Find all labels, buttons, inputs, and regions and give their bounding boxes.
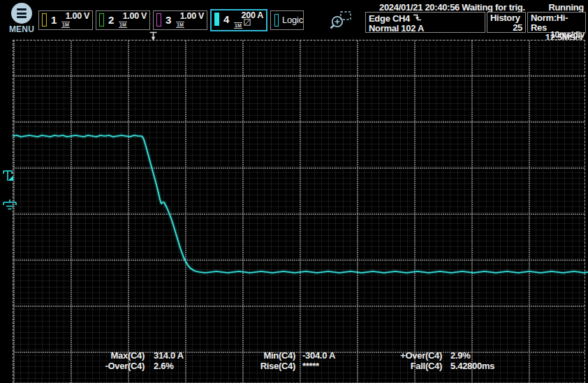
timebase-label: 10ms/div — [550, 30, 585, 40]
trigger-level-marker[interactable] — [2, 169, 15, 184]
channel-3-scale: 1.00 V — [180, 11, 204, 21]
logic-label: Logic — [282, 15, 303, 25]
measurement-label: Min(C4) — [210, 350, 295, 361]
channel-4-color-bar — [214, 13, 219, 26]
current-probe-icon — [244, 16, 251, 29]
channel-2-color-bar — [99, 13, 104, 27]
trigger-mode: Edge CH4 — [369, 14, 410, 24]
measurement-value: ***** — [302, 361, 319, 371]
measurement-group-2: Min(C4)-304.0 A Rise(C4)***** — [210, 350, 335, 371]
history-label: History — [490, 13, 522, 23]
channel-1-color-bar — [42, 13, 47, 27]
measurement-label: +Over(C4) — [349, 350, 442, 361]
channel-2-scale: 1.00 V — [123, 11, 147, 21]
oscilloscope-screen: MENU 1 1.00 V 1M 2 1.00 V 1M 3 1.00 V 1M… — [0, 0, 588, 383]
menu-button[interactable]: MENU — [6, 3, 38, 34]
run-status: Running — [548, 2, 584, 13]
hamburger-icon — [11, 3, 32, 24]
menu-label: MENU — [6, 24, 38, 34]
channel-3-box[interactable]: 3 1.00 V 1M — [153, 10, 207, 30]
measurement-value: 314.0 A — [154, 350, 184, 361]
trigger-position-marker[interactable] — [148, 31, 159, 42]
logic-box[interactable]: Logic — [270, 10, 304, 30]
channel-1-scale: 1.00 V — [66, 11, 89, 21]
graticule — [13, 40, 585, 383]
trigger-settings-box[interactable]: Edge CH4 Normal 102 A — [365, 12, 485, 33]
channel-2-number: 2 — [108, 14, 114, 26]
measurement-label: Fall(C4) — [349, 361, 442, 371]
channel-1-box[interactable]: 1 1.00 V 1M — [38, 10, 93, 30]
measurement-value: -304.0 A — [302, 350, 335, 361]
channel-4-box[interactable]: 4 200 A 1M — [210, 9, 267, 31]
measurement-group-1: Max(C4)314.0 A -Over(C4)2.6% — [42, 350, 184, 371]
trigger-detail: Normal 102 A — [369, 24, 482, 33]
logic-color-bar — [274, 14, 279, 27]
impedance-1m-icon: 1M — [61, 22, 70, 28]
measurement-label: Rise(C4) — [210, 361, 295, 371]
measurement-label: Max(C4) — [42, 350, 145, 361]
channel-4-number: 4 — [223, 13, 229, 25]
zoom-search-icon[interactable] — [328, 10, 353, 34]
history-count: 25 — [490, 23, 522, 33]
channel-1-number: 1 — [51, 14, 57, 26]
impedance-1m-icon: 1M — [176, 22, 184, 28]
datetime-trigger-status: 2024/01/21 20:40:56 Waiting for trig. — [379, 2, 525, 13]
measurement-label: -Over(C4) — [42, 361, 145, 371]
channel-strip: 1 1.00 V 1M 2 1.00 V 1M 3 1.00 V 1M 4 20… — [38, 10, 304, 31]
history-box[interactable]: History 25 — [487, 12, 526, 33]
measurement-group-3: +Over(C4)2.9% Fall(C4)5.42800ms — [349, 350, 494, 371]
channel-3-number: 3 — [166, 14, 171, 26]
measurement-value: 5.42800ms — [450, 361, 494, 371]
impedance-1m-icon: 1M — [234, 22, 242, 29]
falling-edge-icon — [413, 13, 422, 24]
measurement-value: 2.6% — [154, 361, 173, 371]
measurement-value: 2.9% — [450, 350, 470, 361]
impedance-1m-icon: 1M — [119, 22, 127, 28]
channel-3-color-bar — [156, 13, 161, 27]
ground-level-marker[interactable] — [2, 199, 17, 211]
status-line: 2024/01/21 20:40:56 Waiting for trig. Ru… — [379, 2, 584, 13]
channel-2-box[interactable]: 2 1.00 V 1M — [96, 10, 150, 30]
